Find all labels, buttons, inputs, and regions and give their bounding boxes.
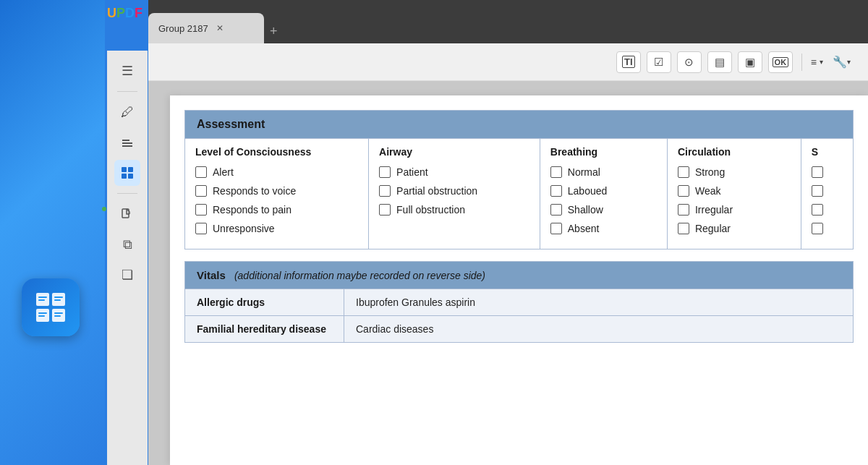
col-header-skin: S (812, 146, 843, 158)
checkbox-shallow-label: Shallow (568, 204, 603, 216)
svg-rect-5 (122, 174, 127, 179)
checkbox-patient: Patient (379, 166, 529, 178)
checkbox-regular: Regular (678, 223, 791, 234)
vitals-row-hereditary: Familial hereditary disease Cardiac dise… (185, 315, 853, 342)
checkbox-pain-box[interactable] (195, 204, 207, 216)
checkbox-patient-box[interactable] (379, 166, 391, 178)
sidebar-item-convert[interactable]: ⧉ (114, 231, 140, 257)
ok-icon: OK (773, 57, 789, 67)
app-background (0, 0, 105, 465)
checkbox-strong-box[interactable] (678, 166, 689, 178)
checkbox-unresponsive: Unresponsive (195, 223, 358, 234)
toolbar-checkbox-btn[interactable]: ☑ (647, 51, 671, 73)
col-header-loc: Level of Consciousness (195, 146, 358, 158)
checkbox-irregular: Irregular (678, 204, 791, 216)
svg-rect-0 (122, 145, 132, 147)
checkbox-absent-label: Absent (568, 223, 600, 234)
checkbox-strong-label: Strong (695, 166, 725, 178)
checkbox-laboued: Laboued (550, 185, 657, 197)
checkbox-normal-label: Normal (568, 166, 600, 178)
checkbox-normal-box[interactable] (550, 166, 562, 178)
svg-rect-16 (38, 312, 47, 314)
svg-rect-14 (54, 297, 63, 298)
checkbox-laboued-box[interactable] (550, 185, 562, 197)
checkbox-patient-label: Patient (396, 166, 428, 178)
checkbox-voice-box[interactable] (195, 185, 207, 197)
app-icon-dock[interactable] (22, 278, 80, 336)
checkbox-unresponsive-box[interactable] (195, 223, 207, 234)
checkbox-alert-box[interactable] (195, 166, 207, 178)
sidebar-divider-2 (117, 193, 137, 194)
col-level-of-consciousness: Level of Consciousness Alert Responds to… (185, 139, 369, 249)
toolbar-list-btn[interactable]: ▤ (707, 51, 732, 73)
sidebar-item-pages[interactable]: ☰ (114, 58, 140, 84)
checkbox-responds-voice: Responds to voice (195, 185, 358, 197)
tab-add-button[interactable]: + (270, 24, 278, 39)
checkbox-s1 (812, 166, 843, 178)
checkbox-responds-pain: Responds to pain (195, 204, 358, 216)
tab-group-2187[interactable]: Group 2187 ✕ (148, 13, 264, 43)
checkbox-weak-label: Weak (695, 185, 721, 197)
checkbox-irregular-box[interactable] (678, 204, 689, 216)
toolbar-align-dropdown[interactable]: ≡ ▾ (811, 56, 823, 68)
sidebar-item-annotate[interactable]: 🖊 (114, 99, 140, 125)
svg-rect-13 (38, 299, 45, 301)
sidebar-item-export[interactable] (114, 201, 140, 227)
checkbox-s2 (812, 185, 843, 197)
toolbar-table-btn[interactable]: ▣ (738, 51, 762, 73)
vitals-title: Vitals (197, 269, 226, 281)
checkbox-weak-box[interactable] (678, 185, 689, 197)
checkbox-s3-box[interactable] (812, 204, 823, 216)
page-area: Assessment Level of Consciousness Alert … (170, 95, 868, 465)
col-skin: S (801, 139, 853, 249)
checkbox-regular-box[interactable] (678, 223, 689, 234)
checkbox-partial-label: Partial obstruction (396, 185, 477, 197)
sidebar-item-organize[interactable] (114, 160, 140, 186)
toolbar: TI ☑ ⊙ ▤ ▣ OK ≡ ▾ 🔧 ▾ (148, 43, 868, 81)
sidebar-item-edit[interactable] (114, 129, 140, 155)
assessment-title: Assessment (197, 118, 265, 130)
tools-dropdown-arrow: ▾ (847, 58, 851, 66)
list-icon: ▤ (715, 56, 725, 69)
checkbox-full-label: Full obstruction (396, 204, 465, 216)
sidebar: ☰ 🖊 ⧉ ❏ (107, 51, 148, 465)
tab-close-button[interactable]: ✕ (214, 22, 226, 34)
checkbox-shallow: Shallow (550, 204, 657, 216)
vitals-hereditary-value: Cardiac diseases (344, 316, 853, 342)
vitals-note: (additional information maybe recorded o… (234, 270, 485, 281)
svg-rect-12 (38, 297, 47, 298)
vitals-hereditary-label: Familial hereditary disease (185, 316, 344, 342)
toolbar-divider (801, 54, 802, 71)
checkbox-s3 (812, 204, 843, 216)
checkbox-laboued-label: Laboued (568, 185, 608, 197)
checkbox-s1-box[interactable] (812, 166, 823, 178)
checkbox-s2-box[interactable] (812, 185, 823, 197)
checkbox-absent-box[interactable] (550, 223, 562, 234)
table-icon: ▣ (745, 56, 755, 69)
checkbox-s4-box[interactable] (812, 223, 823, 234)
sidebar-item-protect[interactable]: ❏ (114, 262, 140, 288)
main-content: Assessment Level of Consciousness Alert … (148, 81, 868, 465)
svg-rect-17 (38, 315, 45, 317)
checkbox-partial-box[interactable] (379, 185, 391, 197)
col-header-breathing: Breathing (550, 146, 657, 158)
checkbox-unresponsive-label: Unresponsive (213, 223, 275, 234)
toolbar-ok-btn[interactable]: OK (768, 51, 793, 73)
vitals-row-allergic: Allergic drugs Ibuprofen Granules aspiri… (185, 289, 853, 315)
checkbox-irregular-label: Irregular (695, 204, 733, 216)
svg-rect-1 (122, 142, 132, 144)
col-airway: Airway Patient Partial obstruction Full … (369, 139, 540, 249)
tools-icon: 🔧 (833, 55, 847, 69)
dropdown-arrow: ▾ (820, 58, 823, 66)
tab-bar: Group 2187 ✕ + (148, 0, 868, 43)
checkbox-pain-label: Responds to pain (213, 204, 292, 216)
toolbar-radio-btn[interactable]: ⊙ (677, 51, 702, 73)
svg-rect-2 (122, 140, 129, 141)
toolbar-text-btn[interactable]: TI (616, 51, 641, 73)
svg-rect-19 (54, 315, 61, 317)
checkbox-shallow-box[interactable] (550, 204, 562, 216)
checkbox-full-box[interactable] (379, 204, 391, 216)
sidebar-active-dot (102, 207, 106, 211)
toolbar-tools-btn[interactable]: 🔧 ▾ (829, 51, 854, 73)
svg-rect-18 (54, 312, 63, 314)
